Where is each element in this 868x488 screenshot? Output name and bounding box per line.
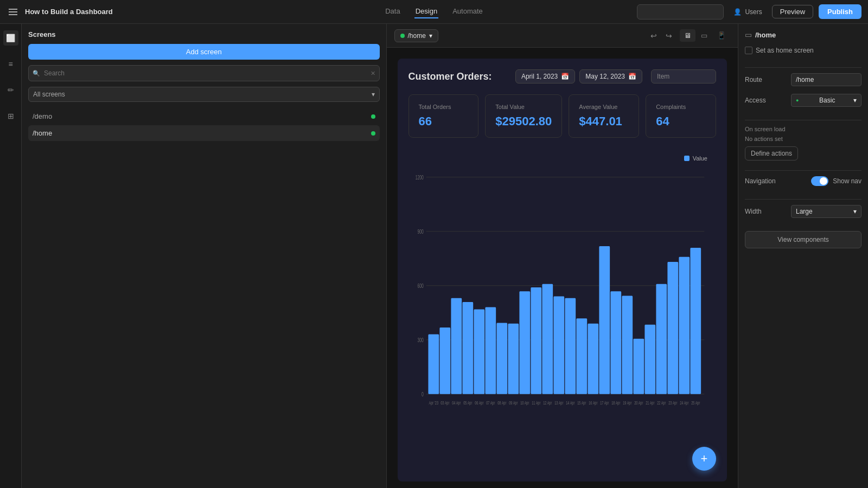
screen-filter-dropdown[interactable]: All screens ▾: [28, 87, 380, 102]
width-select[interactable]: Large ▾: [791, 205, 861, 218]
view-components-button[interactable]: View components: [745, 231, 861, 248]
svg-text:21 Apr: 21 Apr: [646, 400, 654, 406]
show-nav-label: Show nav: [833, 177, 861, 185]
route-input[interactable]: /home: [791, 73, 861, 86]
legend-label: Value: [693, 155, 707, 162]
chevron-down-icon: ▾: [853, 97, 857, 104]
svg-rect-38: [588, 324, 598, 394]
screens-header: Screens: [28, 30, 380, 38]
svg-rect-40: [599, 246, 610, 394]
stat-card-complaints: Complaints 64: [646, 94, 716, 138]
svg-text:23 Apr: 23 Apr: [668, 400, 677, 406]
screen-list: /demo /home: [28, 108, 380, 141]
toggle-thumb: [820, 177, 827, 185]
svg-rect-46: [633, 339, 644, 394]
redo-button[interactable]: ↪: [662, 29, 675, 42]
svg-rect-18: [474, 310, 484, 394]
clear-search-icon[interactable]: ✕: [371, 70, 375, 77]
canvas-area: /home ▾ ↩ ↪ 🖥 ▭ 📱 Customer Orders:: [387, 24, 738, 488]
link-icon[interactable]: ⊞: [3, 108, 18, 124]
hamburger-icon[interactable]: [7, 7, 20, 17]
stat-value-0: 66: [419, 114, 469, 129]
on-screen-load-label: On screen load: [745, 126, 861, 132]
date-end-value: May 12, 2023: [585, 73, 625, 80]
screens-icon[interactable]: ⬜: [3, 30, 18, 46]
canvas-content: Customer Orders: April 1, 2023 📅 May 12,…: [387, 48, 738, 488]
svg-text:12 Apr: 12 Apr: [543, 400, 552, 406]
users-button[interactable]: 👤 Users: [729, 6, 766, 18]
item-select[interactable]: Item: [651, 69, 716, 84]
svg-rect-16: [462, 302, 473, 394]
pen-icon[interactable]: ✏: [3, 82, 18, 98]
svg-rect-50: [656, 284, 667, 394]
layers-icon[interactable]: ≡: [3, 56, 18, 72]
sidebar-icon-strip: ⬜ ≡ ✏ ⊞: [0, 24, 22, 488]
svg-text:09 Apr: 09 Apr: [509, 400, 518, 406]
tablet-view-button[interactable]: ▭: [697, 29, 712, 42]
width-label: Width: [745, 208, 762, 215]
svg-rect-36: [576, 318, 587, 394]
chevron-down-icon-2: ▾: [853, 208, 857, 215]
svg-text:300: 300: [417, 336, 423, 343]
svg-text:03 Apr: 03 Apr: [441, 400, 449, 406]
no-actions-text: No actions set: [745, 136, 861, 142]
screen-item-demo[interactable]: /demo: [28, 108, 380, 124]
svg-rect-26: [519, 291, 530, 394]
set-home-checkbox[interactable]: [745, 47, 752, 54]
tab-data[interactable]: Data: [384, 5, 401, 18]
stat-card-avg-value: Average Value $447.01: [569, 94, 639, 138]
legend-dot: [684, 156, 690, 161]
fab-add-button[interactable]: +: [692, 447, 716, 471]
screen-status-dot-home: [371, 131, 375, 136]
svg-text:13 Apr: 13 Apr: [554, 400, 563, 406]
width-value: Large: [796, 208, 813, 215]
publish-button[interactable]: Publish: [819, 4, 861, 19]
stats-grid: Total Orders 66 Total Value $29502.80 Av…: [409, 94, 717, 138]
add-screen-button[interactable]: Add screen: [28, 44, 380, 60]
svg-rect-10: [428, 334, 439, 394]
svg-rect-48: [644, 325, 655, 394]
screen-badge[interactable]: /home ▾: [394, 29, 438, 42]
mobile-view-button[interactable]: 📱: [713, 29, 730, 42]
svg-text:07 Apr: 07 Apr: [486, 400, 495, 406]
top-search-bar[interactable]: [637, 4, 724, 20]
stat-value-1: $29502.80: [495, 114, 552, 129]
tab-design[interactable]: Design: [414, 5, 438, 18]
dashboard-frame: Customer Orders: April 1, 2023 📅 May 12,…: [398, 59, 727, 481]
screen-label-demo: /demo: [33, 112, 52, 120]
svg-rect-32: [553, 297, 564, 394]
svg-text:20 Apr: 20 Apr: [634, 400, 643, 406]
topbar-right: 👤 Users Preview Publish: [490, 4, 861, 20]
date-start-value: April 1, 2023: [521, 73, 558, 80]
define-actions-button[interactable]: Define actions: [745, 146, 798, 160]
navigation-label: Navigation: [745, 177, 776, 185]
divider-4: [745, 199, 861, 200]
svg-text:08 Apr: 08 Apr: [497, 400, 506, 406]
access-select[interactable]: ● Basic ▾: [791, 94, 861, 107]
svg-rect-20: [485, 307, 496, 394]
tab-automate[interactable]: Automate: [451, 5, 484, 18]
desktop-view-button[interactable]: 🖥: [680, 29, 695, 42]
svg-rect-30: [542, 284, 553, 394]
svg-rect-22: [496, 323, 507, 394]
access-label: Access: [745, 97, 766, 104]
svg-rect-44: [622, 296, 633, 394]
user-icon: 👤: [733, 8, 742, 16]
panel-title: /home: [755, 31, 776, 39]
svg-text:04 Apr: 04 Apr: [452, 400, 461, 406]
svg-text:Apr '23: Apr '23: [429, 400, 438, 406]
preview-button[interactable]: Preview: [772, 5, 813, 18]
svg-text:600: 600: [417, 282, 423, 289]
screen-badge-dot: [400, 34, 405, 38]
date-start-picker[interactable]: April 1, 2023 📅: [515, 69, 575, 84]
app-title: How to Build a Dashboard: [25, 8, 113, 16]
date-end-picker[interactable]: May 12, 2023 📅: [579, 69, 642, 84]
undo-button[interactable]: ↩: [647, 29, 660, 42]
screen-label-home: /home: [33, 129, 52, 137]
chart-container: Value 1200 900 600 300 0: [409, 149, 717, 445]
svg-text:10 Apr: 10 Apr: [520, 400, 529, 406]
show-nav-toggle[interactable]: [811, 176, 828, 186]
svg-text:06 Apr: 06 Apr: [475, 400, 483, 406]
search-input[interactable]: [28, 65, 380, 81]
screen-item-home[interactable]: /home: [28, 125, 380, 141]
